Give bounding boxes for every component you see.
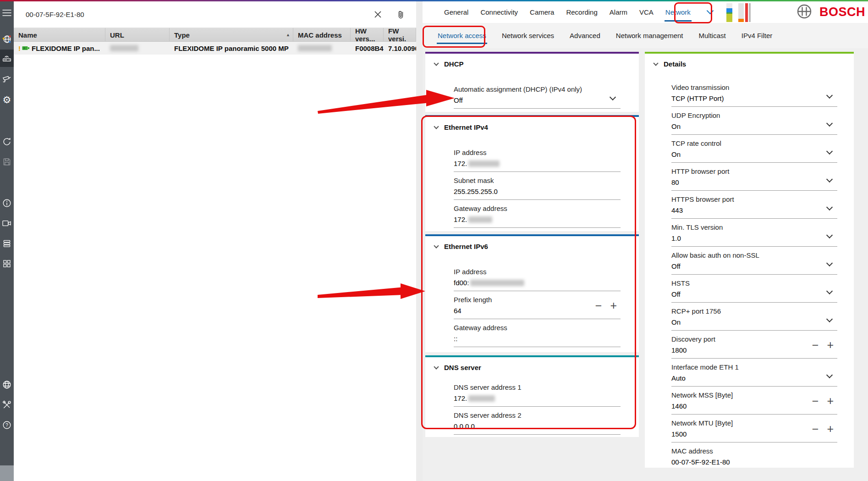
details-udp-encryption-value-text: On (671, 122, 681, 131)
details-min-tls-version-value[interactable]: 1.0 (671, 234, 837, 247)
details-hsts-value-text: Off (671, 290, 681, 299)
ethernet-ipv6-prefix-length-increment-icon[interactable]: + (610, 299, 617, 311)
section-header-ethernet-ipv6[interactable]: Ethernet IPv6 (425, 236, 639, 250)
column-header-mac-address[interactable]: MAC address (293, 28, 351, 42)
sidebar-item-menu[interactable] (0, 4, 14, 22)
details-card-header[interactable]: Details (645, 54, 854, 68)
sidebar-item-video[interactable] (0, 215, 14, 232)
details-http-browser-port-value[interactable]: 80 (671, 178, 837, 191)
field-details-tcp-rate-control: TCP rate controlOn (671, 139, 837, 163)
details-mac-address-label: MAC address (671, 447, 837, 455)
section-header-dhcp[interactable]: DHCP (425, 54, 639, 68)
sidebar-bottom-handle[interactable] (0, 465, 14, 481)
details-allow-basic-auth-on-non-ssl-dropdown-chevron-icon[interactable] (827, 261, 832, 265)
sidebar-item-camera[interactable] (0, 71, 14, 88)
tab-alarm[interactable]: Alarm (604, 1, 633, 23)
tab-recording[interactable]: Recording (560, 1, 603, 23)
details-interface-mode-eth-1-dropdown-chevron-icon[interactable] (827, 373, 832, 377)
subtab-advanced[interactable]: Advanced (562, 23, 608, 48)
details-rcp-port-1756-dropdown-chevron-icon[interactable] (827, 317, 832, 321)
ethernet-ipv6-ip-address-value[interactable]: fd00: (454, 279, 621, 291)
sidebar-item-refresh[interactable] (0, 133, 14, 150)
device-table-header: NameURLType▲MAC addressHW vers...FW vers… (14, 28, 416, 42)
subtab-multicast[interactable]: Multicast (691, 23, 734, 48)
device-url-cell (105, 42, 170, 55)
dns-server-dns-server-address-1-value[interactable]: 172. (454, 394, 621, 407)
selected-device-id: 00-07-5F-92-E1-80 (26, 11, 84, 18)
details-udp-encryption-dropdown-chevron-icon[interactable] (827, 121, 832, 126)
details-network-mtu-byte-increment-icon[interactable]: + (827, 423, 834, 435)
details-tcp-rate-control-dropdown-chevron-icon[interactable] (827, 149, 832, 154)
close-icon[interactable] (374, 11, 382, 18)
sidebar-item-devices[interactable] (0, 50, 14, 67)
device-table-row[interactable]: !FLEXIDOME IP pan...FLEXIDOME IP panoram… (14, 42, 416, 55)
sidebar-item-web[interactable] (0, 376, 14, 393)
details-network-mss-byte-increment-icon[interactable]: + (827, 395, 834, 407)
details-network-mtu-byte-decrement-icon[interactable]: − (812, 423, 819, 435)
tab-general[interactable]: General (438, 1, 474, 23)
attachment-icon[interactable] (397, 10, 404, 19)
details-rcp-port-1756-value[interactable]: On (671, 318, 837, 331)
details-discovery-port-increment-icon[interactable]: + (827, 339, 834, 351)
column-header-type[interactable]: Type▲ (170, 28, 293, 42)
section-header-dns-server[interactable]: DNS server (425, 357, 639, 371)
ethernet-ipv4-gateway-address-value[interactable]: 172. (454, 216, 621, 228)
device-fw-version-cell: 7.10.0096 (384, 42, 416, 55)
section-header-ethernet-ipv4[interactable]: Ethernet IPv4 (425, 117, 639, 131)
sidebar-item-save[interactable] (0, 153, 14, 171)
column-header-hw-vers-[interactable]: HW vers... (351, 28, 384, 42)
details-https-browser-port-value[interactable]: 443 (671, 206, 837, 219)
sidebar-item-help[interactable]: ? (0, 416, 14, 434)
ethernet-ipv6-gateway-address-value[interactable]: :: (454, 335, 621, 347)
details-hsts-dropdown-chevron-icon[interactable] (827, 289, 832, 293)
details-udp-encryption-label: UDP Encryption (671, 111, 837, 120)
more-tabs-chevron-icon[interactable] (707, 7, 714, 15)
tab-camera[interactable]: Camera (524, 1, 560, 23)
details-interface-mode-eth-1-value[interactable]: Auto (671, 374, 837, 387)
details-video-transmission-value[interactable]: TCP (HTTP Port) (671, 94, 837, 107)
column-header-url[interactable]: URL (105, 28, 170, 42)
ethernet-ipv4-subnet-mask-value[interactable]: 255.255.255.0 (454, 188, 621, 200)
details-https-browser-port-dropdown-chevron-icon[interactable] (827, 205, 832, 210)
details-http-browser-port-value-text: 80 (671, 178, 679, 187)
details-discovery-port-decrement-icon[interactable]: − (812, 339, 819, 351)
bosch-symbol-icon (796, 3, 813, 21)
ethernet-ipv4-ip-address-value[interactable]: 172. (454, 160, 621, 172)
sidebar-item-tools[interactable] (0, 396, 14, 414)
sidebar-item-settings[interactable]: ⚙ (0, 91, 14, 108)
save-icon (2, 157, 11, 166)
sidebar-item-network-scan[interactable] (0, 30, 14, 48)
field-details-video-transmission: Video transmissionTCP (HTTP Port) (671, 83, 837, 107)
subtab-ipv4-filter[interactable]: IPv4 Filter (734, 23, 780, 48)
device-list-panel: 00-07-5F-92-E1-80 NameURLType▲MAC addres… (14, 1, 416, 481)
subtab-network-access[interactable]: Network access (430, 23, 494, 48)
field-ethernet-ipv4-gateway-address: Gateway address172. (454, 205, 621, 228)
section-card-dhcp: DHCPAutomatic assignment (DHCP) (IPv4 on… (425, 52, 639, 112)
sidebar-item-storage[interactable] (0, 235, 14, 252)
tab-network[interactable]: Network (659, 1, 697, 23)
dhcp-automatic-assignment-dhcp-ipv4-only-dropdown-chevron-icon[interactable] (610, 95, 615, 100)
field-details-network-mtu-byte: Network MTU [Byte]1500−+ (671, 419, 837, 442)
details-min-tls-version-dropdown-chevron-icon[interactable] (827, 233, 832, 238)
column-header-name[interactable]: Name (14, 28, 105, 42)
video-icon (2, 219, 12, 227)
details-network-mss-byte-decrement-icon[interactable]: − (812, 395, 819, 407)
ethernet-ipv6-prefix-length-decrement-icon[interactable]: − (595, 299, 602, 311)
dns-server-dns-server-address-2-value[interactable]: 0.0.0.0 (454, 422, 621, 435)
subtab-network-management[interactable]: Network management (608, 23, 691, 48)
details-http-browser-port-dropdown-chevron-icon[interactable] (827, 177, 832, 182)
details-hsts-value[interactable]: Off (671, 290, 837, 303)
details-video-transmission-dropdown-chevron-icon[interactable] (827, 93, 832, 98)
column-header-fw-versi-[interactable]: FW versi. (384, 28, 416, 42)
details-tcp-rate-control-value[interactable]: On (671, 150, 837, 163)
tab-vca[interactable]: VCA (633, 1, 659, 23)
sidebar-item-info[interactable] (0, 194, 14, 212)
tab-connectivity[interactable]: Connectivity (474, 1, 524, 23)
field-details-rcp-port-1756: RCP+ port 1756On (671, 307, 837, 331)
sidebar-item-apps[interactable] (0, 255, 14, 272)
details-udp-encryption-value[interactable]: On (671, 122, 837, 135)
details-network-mtu-byte-value-text: 1500 (671, 430, 687, 438)
subtab-network-services[interactable]: Network services (494, 23, 562, 48)
details-allow-basic-auth-on-non-ssl-value[interactable]: Off (671, 262, 837, 275)
dhcp-automatic-assignment-dhcp-ipv4-only-value[interactable]: Off (454, 96, 621, 109)
